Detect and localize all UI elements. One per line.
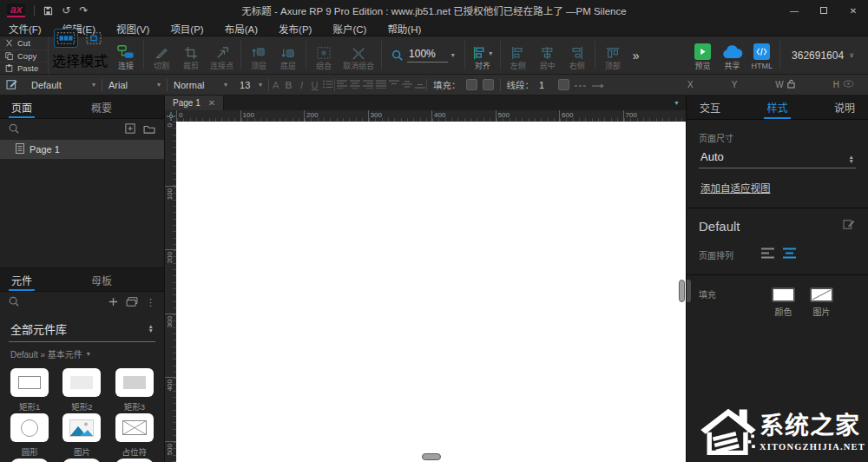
connect-button[interactable]: 连接 <box>111 36 141 74</box>
crop-button[interactable]: 裁剪 <box>176 36 206 74</box>
bullet-list-button[interactable] <box>321 80 334 90</box>
search-icon[interactable] <box>9 294 19 310</box>
text-align-justify-button[interactable] <box>374 80 387 90</box>
align-top-button[interactable]: 顶部 <box>598 36 628 74</box>
vertical-align-middle-button[interactable] <box>400 80 413 90</box>
menu-arrange[interactable]: 布局(A) <box>225 22 258 36</box>
ungroup-button[interactable]: 取消组合 <box>339 36 378 74</box>
zoom-value[interactable]: 100% <box>407 48 448 63</box>
italic-button[interactable]: I <box>295 80 308 90</box>
tab-style[interactable]: 样式 <box>764 96 790 119</box>
align-right-button[interactable]: 右侧 <box>562 36 592 74</box>
arrow-style-button[interactable] <box>592 80 604 90</box>
y-field[interactable] <box>740 79 763 90</box>
ruler-origin-icon[interactable] <box>165 110 176 122</box>
menu-account[interactable]: 账户(C) <box>332 22 366 36</box>
text-align-left-button[interactable] <box>335 80 348 90</box>
cut-button[interactable]: Cut <box>0 37 48 50</box>
tab-masters[interactable]: 母板 <box>89 268 115 291</box>
page-tab[interactable]: Page 1 ✕ <box>165 96 224 110</box>
library-select[interactable]: 全部元件库 ▲▼ <box>9 319 155 342</box>
maximize-button[interactable] <box>809 0 838 21</box>
tab-pages[interactable]: 页面 <box>9 96 35 118</box>
line-width-field[interactable]: 1 <box>539 80 553 90</box>
toolbar-overflow-button[interactable]: » <box>628 36 645 74</box>
page-fill-color-button[interactable]: 颜色 <box>772 287 795 318</box>
account-dropdown[interactable]: 362691604 ∨ <box>783 36 863 74</box>
select-contain-mode-button[interactable] <box>82 30 105 47</box>
widget-rectangle2[interactable]: 矩形2 <box>56 366 108 411</box>
font-family-select[interactable]: Arial ▾ <box>102 75 167 95</box>
bold-button[interactable]: B <box>282 80 295 90</box>
preview-button[interactable]: 预览 <box>688 36 718 74</box>
visibility-eye-icon[interactable] <box>843 80 854 89</box>
edit-style-icon[interactable] <box>843 218 856 234</box>
widget-link-button[interactable] <box>108 456 161 462</box>
tab-outline[interactable]: 概要 <box>89 96 115 118</box>
copy-button[interactable]: Copy <box>0 50 48 62</box>
html-button[interactable]: HTML <box>747 36 778 74</box>
group-button[interactable]: 组合 <box>309 36 339 74</box>
vertical-scrollbar-thumb[interactable] <box>679 280 685 302</box>
text-align-right-button[interactable] <box>361 80 374 90</box>
widget-rectangle3[interactable]: 矩形3 <box>108 366 161 411</box>
style-preset-select[interactable]: Default ▾ <box>25 75 102 95</box>
widget-primary-button[interactable] <box>56 456 108 462</box>
line-color-swatch[interactable] <box>558 79 569 90</box>
tab-interactions[interactable]: 交互 <box>697 96 723 119</box>
save-icon[interactable] <box>43 6 53 16</box>
library-stack-icon[interactable] <box>126 294 138 310</box>
zoom-control[interactable]: 100% ▾ <box>385 36 462 74</box>
close-tab-icon[interactable]: ✕ <box>208 98 215 108</box>
tab-list-dropdown-icon[interactable]: ▼ <box>674 100 686 106</box>
text-align-center-button[interactable] <box>348 80 361 90</box>
widget-button[interactable] <box>3 456 56 462</box>
page-size-select[interactable]: Auto ▲▼ <box>699 144 856 168</box>
menu-help[interactable]: 帮助(H) <box>387 22 421 36</box>
send-to-back-button[interactable]: 底层 <box>273 36 303 74</box>
design-page[interactable] <box>176 122 686 462</box>
undo-icon[interactable]: ↺ <box>62 5 70 16</box>
horizontal-scrollbar-thumb[interactable] <box>422 453 441 460</box>
x-field[interactable] <box>697 79 720 90</box>
menu-file[interactable]: 文件(F) <box>9 22 42 36</box>
library-breadcrumb[interactable]: Default » 基本元件 ▾ <box>10 347 154 360</box>
vertical-align-bottom-button[interactable] <box>413 80 426 90</box>
font-size-select[interactable]: 13 ▾ <box>233 75 268 95</box>
add-adaptive-views-link[interactable]: 添加自适应视图 <box>700 181 771 195</box>
add-library-icon[interactable] <box>108 294 118 310</box>
vertical-align-top-button[interactable] <box>387 80 400 90</box>
font-weight-select[interactable]: Normal ▾ <box>168 75 233 95</box>
add-page-icon[interactable] <box>125 122 135 137</box>
fill-color-swatch[interactable] <box>466 79 477 90</box>
align-dropdown-button[interactable]: ▾ 对齐 <box>468 36 497 74</box>
underline-button[interactable]: U <box>308 80 321 90</box>
page-tree-item[interactable]: Page 1 <box>0 140 164 159</box>
widget-ellipse[interactable]: 圆形 <box>3 411 56 456</box>
align-center-button[interactable]: 居中 <box>533 36 562 74</box>
w-field[interactable] <box>799 79 821 90</box>
kebab-menu-icon[interactable]: ⋮ <box>146 298 155 307</box>
select-intersect-mode-button[interactable] <box>55 30 77 47</box>
connector-point-button[interactable]: 连接点 <box>206 36 238 74</box>
tab-widgets[interactable]: 元件 <box>9 268 35 291</box>
paste-button[interactable]: Paste <box>0 62 48 74</box>
style-editor-icon[interactable] <box>0 75 25 95</box>
panel-collapse-handle[interactable] <box>687 280 691 302</box>
menu-publish[interactable]: 发布(P) <box>279 22 312 36</box>
menu-view[interactable]: 视图(V) <box>116 22 149 36</box>
page-align-left-button[interactable] <box>761 247 774 262</box>
page-fill-image-button[interactable]: 图片 <box>810 287 833 318</box>
aspect-lock-icon[interactable] <box>787 79 795 90</box>
page-align-center-button[interactable] <box>783 247 796 262</box>
fill-gradient-swatch[interactable] <box>483 79 494 90</box>
widget-rectangle1[interactable]: 矩形1 <box>3 366 56 411</box>
widget-image[interactable]: 图片 <box>56 411 108 456</box>
close-button[interactable]: ✕ <box>838 0 868 21</box>
search-icon[interactable] <box>9 122 19 137</box>
minimize-button[interactable]: — <box>779 0 809 21</box>
bring-to-front-button[interactable]: 顶层 <box>244 36 273 74</box>
widget-placeholder[interactable]: 占位符 <box>108 411 161 456</box>
slice-button[interactable]: 切割 <box>147 36 176 74</box>
redo-icon[interactable]: ↷ <box>79 5 88 16</box>
